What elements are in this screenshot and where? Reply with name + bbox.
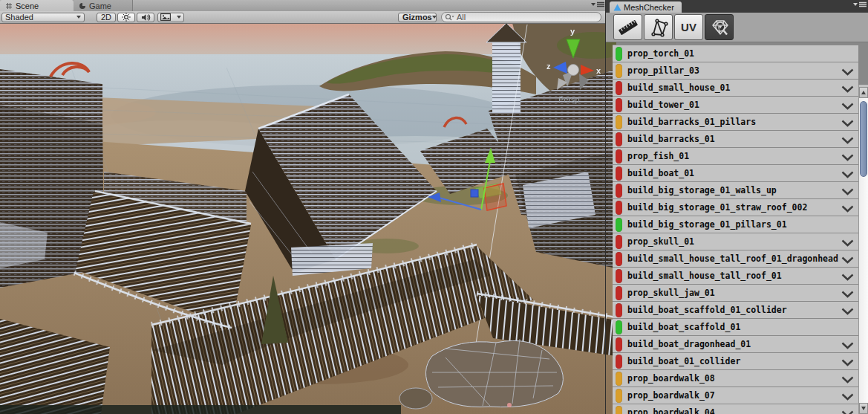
status-pill	[616, 218, 622, 232]
uv-button[interactable]: UV	[674, 14, 703, 40]
list-item-label: build_small_house_tall_roof_01_dragonhea…	[627, 253, 840, 264]
axis-y-label: y	[570, 27, 575, 36]
list-item[interactable]: build_big_storage_01_straw_roof_002	[613, 199, 858, 216]
status-pill	[616, 337, 622, 352]
status-pill	[616, 201, 622, 215]
meshchecker-panel: MeshChecker UV	[606, 0, 868, 414]
chevron-down-icon[interactable]	[841, 103, 854, 110]
measure-button[interactable]	[613, 14, 642, 40]
scroll-down-button[interactable]	[859, 403, 868, 414]
chevron-down-icon[interactable]	[841, 291, 854, 298]
shading-mode-label: Shaded	[5, 13, 33, 22]
list-item[interactable]: build_boat_01	[613, 165, 858, 182]
status-pill	[616, 115, 622, 129]
search-icon[interactable]	[445, 13, 454, 22]
list-item-label: prop_torch_01	[627, 48, 840, 59]
hamburger-icon[interactable]	[597, 1, 604, 7]
chevron-down-icon[interactable]	[841, 85, 854, 93]
mesh-list-rows: prop_torch_01 prop_pillar_03 build_small…	[613, 45, 858, 414]
meshchecker-panel-menu[interactable]	[853, 1, 867, 7]
list-item-label: build_boat_scaffold_01_collider	[627, 305, 840, 315]
list-item[interactable]: prop_pillar_03	[613, 62, 858, 80]
scene-panel-menu[interactable]	[591, 1, 604, 7]
chevron-down-icon[interactable]	[841, 154, 854, 161]
status-pill	[616, 166, 622, 181]
chevron-down-icon	[177, 16, 181, 19]
meshchecker-toolbar: UV	[606, 13, 868, 42]
scene-toolbar: Shaded 2D	[0, 11, 606, 24]
list-item[interactable]: build_small_house_tall_roof_01	[613, 268, 858, 285]
list-item[interactable]: prop_fish_01	[613, 148, 858, 165]
list-item[interactable]: build_small_house_01	[613, 80, 858, 97]
panel-dropdown-icon[interactable]	[591, 3, 595, 6]
chevron-down-icon[interactable]	[841, 256, 854, 264]
sun-icon	[122, 13, 131, 22]
hamburger-icon[interactable]	[859, 1, 867, 7]
chevron-down-icon[interactable]	[841, 393, 854, 401]
scene-tabstrip: Scene Game	[0, 0, 606, 11]
list-item-label: prop_pillar_03	[627, 65, 840, 76]
tab-scene[interactable]: Scene	[0, 0, 74, 11]
list-item[interactable]: prop_skull_jaw_01	[613, 285, 858, 302]
chevron-down-icon[interactable]	[841, 342, 854, 349]
list-item[interactable]: prop_skull_01	[613, 233, 858, 250]
effects-toggle-button[interactable]	[157, 13, 184, 22]
mesh-list-scrollbar[interactable]	[858, 85, 868, 414]
list-item[interactable]: prop_boardwalk_04	[613, 404, 858, 414]
chevron-down-icon[interactable]	[841, 239, 854, 247]
chevron-down-icon[interactable]	[841, 205, 854, 213]
gizmos-dropdown[interactable]: Gizmos	[398, 13, 437, 22]
scroll-track[interactable]	[859, 98, 868, 403]
list-item[interactable]: prop_boardwalk_08	[613, 370, 858, 387]
chevron-down-icon[interactable]	[841, 359, 854, 366]
chevron-down-icon[interactable]	[841, 410, 854, 414]
list-item[interactable]: build_boat_scaffold_01_collider	[613, 302, 858, 319]
list-item[interactable]: build_small_house_tall_roof_01_dragonhea…	[613, 250, 858, 268]
list-item[interactable]: build_boat_01_collider	[613, 353, 858, 370]
shading-mode-dropdown[interactable]: Shaded	[1, 13, 85, 22]
list-item[interactable]: build_big_storage_01_walls_up	[613, 182, 858, 199]
panel-dropdown-icon[interactable]	[853, 3, 858, 6]
camera-mode-label[interactable]: Persp	[558, 95, 580, 104]
scroll-thumb[interactable]	[860, 101, 867, 177]
list-item-label: build_boat_01	[627, 168, 840, 178]
list-item[interactable]: build_boat_dragonhead_01	[613, 336, 858, 353]
2d-toggle-button[interactable]: 2D	[97, 13, 116, 22]
gizmos-label: Gizmos	[402, 13, 432, 22]
list-item[interactable]: build_boat_scaffold_01	[613, 319, 858, 336]
chevron-down-icon[interactable]	[841, 171, 854, 178]
status-pill	[616, 389, 622, 403]
chevron-down-icon[interactable]	[841, 188, 854, 195]
list-item[interactable]: build_barracks_01	[613, 131, 858, 148]
status-pill	[616, 372, 622, 386]
list-item[interactable]: build_barracks_01_pillars	[613, 114, 858, 131]
polygon-check-button[interactable]	[644, 14, 673, 40]
list-item[interactable]: build_big_storage_01_pillars_01	[613, 216, 858, 233]
status-pill	[616, 64, 622, 78]
speaker-icon	[141, 13, 151, 22]
list-item[interactable]: build_tower_01	[613, 97, 858, 114]
search-input[interactable]: All	[441, 12, 601, 22]
triangle-down-icon	[861, 407, 866, 410]
chevron-down-icon	[76, 16, 81, 19]
chevron-down-icon[interactable]	[841, 120, 854, 127]
inspect-button[interactable]	[705, 14, 734, 40]
list-item-label: prop_boardwalk_04	[627, 407, 840, 414]
scroll-up-button[interactable]	[859, 87, 868, 98]
list-item[interactable]: prop_boardwalk_07	[613, 387, 858, 404]
audio-toggle-button[interactable]	[137, 13, 154, 22]
chevron-down-icon[interactable]	[841, 68, 854, 76]
chevron-down-icon[interactable]	[841, 137, 854, 144]
chevron-down-icon[interactable]	[841, 308, 854, 315]
chevron-down-icon[interactable]	[841, 376, 854, 384]
gem-magnifier-icon	[708, 17, 731, 38]
chevron-down-icon[interactable]	[841, 274, 854, 281]
lighting-toggle-button[interactable]	[117, 13, 135, 22]
status-pill	[616, 184, 622, 198]
axis-x-label: x	[596, 66, 601, 75]
list-item[interactable]: prop_torch_01	[613, 45, 858, 62]
tab-meshchecker[interactable]: MeshChecker	[610, 1, 682, 13]
scene-viewport[interactable]: y z x Persp	[0, 23, 616, 414]
tab-game[interactable]: Game	[74, 0, 133, 11]
list-item-label: build_boat_scaffold_01	[627, 322, 840, 332]
